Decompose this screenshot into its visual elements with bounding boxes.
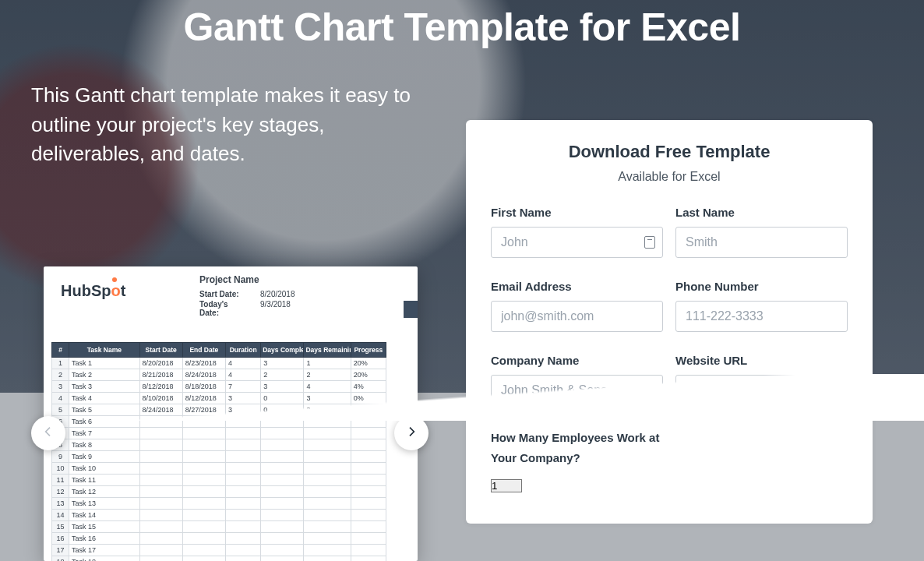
template-preview: HubSpot Project Name Start Date:8/20/201… (44, 266, 418, 561)
table-row: 15Task 15 (52, 521, 386, 533)
table-row: 1Task 18/20/20188/23/201843120% (52, 358, 386, 369)
table-header: Days Remaining (304, 343, 351, 358)
company-label: Company Name (491, 354, 663, 367)
last-name-label: Last Name (675, 206, 848, 219)
download-form-card: Download Free Template Available for Exc… (466, 120, 873, 524)
phone-label: Phone Number (675, 280, 848, 293)
table-header: Days Complete (261, 343, 304, 358)
table-header: End Date (182, 343, 225, 358)
table-row: 18Task 18 (52, 556, 386, 562)
first-name-label: First Name (491, 206, 663, 219)
page-title: Gantt Chart Template for Excel (0, 5, 924, 50)
table-header: Task Name (69, 343, 139, 358)
gantt-bar-strip (404, 301, 418, 318)
first-name-input[interactable] (491, 227, 663, 258)
table-row: 9Task 9 (52, 451, 386, 463)
website-label: Website URL (675, 354, 848, 367)
carousel-next-button[interactable] (394, 416, 428, 450)
last-name-input[interactable] (675, 227, 848, 258)
employees-select[interactable]: 1 (491, 479, 522, 492)
table-row: 4Task 48/10/20188/12/20183030% (52, 393, 386, 404)
table-header: Progress (351, 343, 386, 358)
chevron-left-icon (42, 425, 55, 441)
hubspot-logo: HubSpot (61, 282, 125, 300)
table-row: 3Task 38/12/20188/18/20187344% (52, 381, 386, 393)
table-row: 11Task 11 (52, 475, 386, 486)
project-meta: Project Name Start Date:8/20/2018 Today'… (199, 274, 295, 317)
table-header: # (52, 343, 69, 358)
phone-input[interactable] (675, 301, 848, 332)
table-row: 16Task 16 (52, 533, 386, 545)
form-availability: Available for Excel (491, 170, 848, 184)
autofill-icon (644, 236, 655, 249)
table-row: 13Task 13 (52, 498, 386, 510)
chevron-right-icon (405, 425, 418, 441)
hero-section: Gantt Chart Template for Excel This Gant… (0, 0, 924, 561)
table-row: 10Task 10 (52, 463, 386, 475)
employees-question: How Many Employees Work at Your Company? (491, 428, 678, 468)
email-label: Email Address (491, 280, 663, 293)
table-row: 12Task 12 (52, 486, 386, 498)
page-subtitle: This Gantt chart template makes it easy … (31, 81, 436, 169)
table-row: 7Task 7 (52, 428, 386, 439)
email-input[interactable] (491, 301, 663, 332)
preview-table: #Task NameStart DateEnd DateDurationDays… (51, 342, 410, 561)
table-row: 14Task 14 (52, 510, 386, 521)
company-input[interactable] (491, 375, 663, 406)
table-header: Duration (226, 343, 261, 358)
table-header: Start Date (139, 343, 182, 358)
table-row: 2Task 28/21/20188/24/201842220% (52, 369, 386, 381)
form-heading: Download Free Template (491, 142, 848, 162)
table-row: 5Task 58/24/20188/27/20183030% (52, 404, 386, 416)
carousel-prev-button[interactable] (31, 416, 65, 450)
table-row: 6Task 6 (52, 416, 386, 428)
website-input[interactable] (675, 375, 848, 406)
table-row: 17Task 17 (52, 545, 386, 556)
table-row: 8Task 8 (52, 439, 386, 451)
project-name-label: Project Name (199, 274, 295, 285)
